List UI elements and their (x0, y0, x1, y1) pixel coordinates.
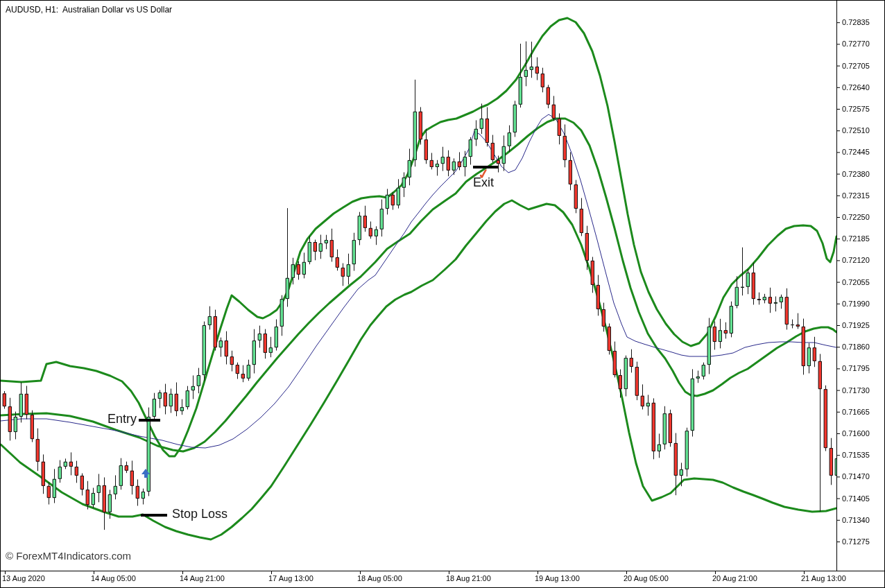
price-axis-label: 0.71600 (842, 429, 870, 438)
price-axis-label: 0.71665 (842, 408, 870, 416)
time-axis-label: 21 Aug 13:00 (801, 574, 846, 582)
price-axis-label: 0.71535 (842, 451, 870, 459)
price-axis-label: 0.71340 (842, 516, 870, 524)
buy-arrow-icon-stem (144, 474, 148, 478)
time-axis-label: 18 Aug 21:00 (446, 574, 491, 582)
price-axis-label: 0.71405 (842, 494, 870, 503)
mt5-chart-window: AUDUSD, H1: Australian Dollar vs US Doll… (0, 0, 885, 588)
time-axis-label: 13 Aug 2020 (2, 574, 45, 582)
price-axis-label: 0.72575 (842, 105, 870, 113)
stop-loss-label: Stop Loss (172, 507, 227, 521)
entry-label: Entry (98, 412, 137, 426)
time-axis-label: 17 Aug 13:00 (268, 574, 313, 582)
price-axis-label: 0.71470 (842, 472, 870, 481)
price-axis-label: 0.71795 (842, 364, 870, 372)
price-axis-label: 0.72250 (842, 213, 870, 221)
price-axis-label: 0.71925 (842, 321, 870, 329)
price-axis-label: 0.72185 (842, 234, 870, 243)
price-axis-label: 0.71990 (842, 300, 870, 308)
time-axis-label: 19 Aug 13:00 (535, 574, 580, 582)
checkmark-icon: ✓ (476, 165, 490, 183)
time-axis-label: 18 Aug 05:00 (357, 574, 402, 582)
price-axis-label: 0.71730 (842, 386, 870, 395)
stop-loss-price-line[interactable] (141, 514, 167, 517)
price-axis-label: 0.72380 (842, 170, 870, 178)
price-axis-label: 0.72770 (842, 40, 870, 48)
candlestick-chart-canvas[interactable] (1, 1, 885, 588)
time-axis-label: 14 Aug 21:00 (180, 574, 225, 582)
price-axis-label: 0.72835 (842, 18, 870, 26)
price-axis-label: 0.72510 (842, 126, 870, 135)
chart-symbol-title: AUDUSD, H1: Australian Dollar vs US Doll… (6, 5, 172, 15)
time-axis-label: 20 Aug 05:00 (624, 574, 669, 582)
price-axis-label: 0.72705 (842, 62, 870, 70)
price-axis-label: 0.71275 (842, 537, 870, 546)
buy-arrow-icon (141, 469, 150, 474)
price-axis-label: 0.72445 (842, 148, 870, 156)
price-axis-label: 0.72315 (842, 191, 870, 200)
price-axis-label: 0.71860 (842, 343, 870, 351)
time-axis-label: 20 Aug 21:00 (712, 574, 757, 582)
price-axis-label: 0.72055 (842, 278, 870, 286)
watermark: © ForexMT4Indicators.com (6, 550, 131, 562)
price-axis-label: 0.72120 (842, 256, 870, 264)
entry-price-line[interactable] (139, 419, 160, 422)
time-axis-label: 14 Aug 05:00 (91, 574, 136, 582)
price-axis-label: 0.72640 (842, 83, 870, 92)
